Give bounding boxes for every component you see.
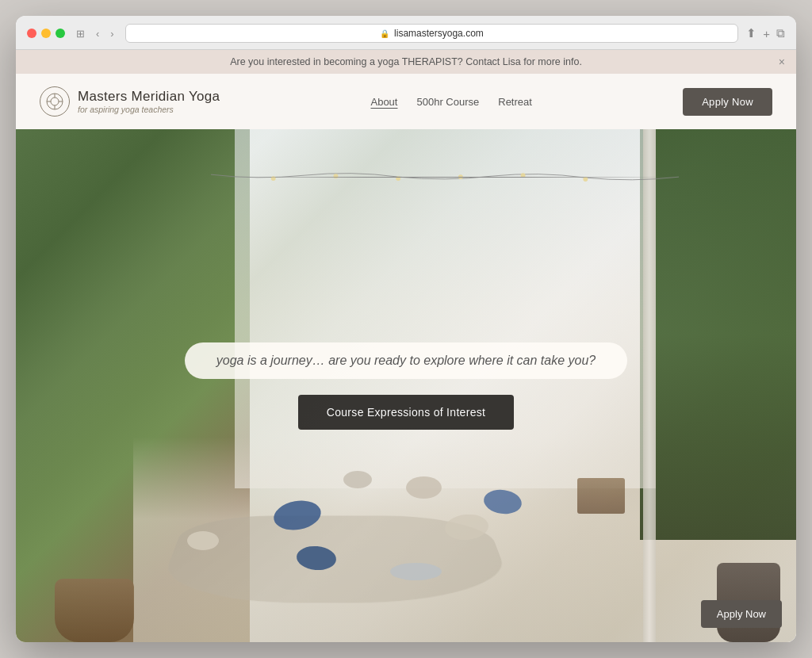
tab-icon[interactable]: ⊞	[73, 26, 88, 41]
share-icon[interactable]: ⬆	[746, 26, 756, 40]
browser-controls: ⊞ ‹ ›	[73, 26, 117, 41]
close-button[interactable]	[27, 29, 36, 38]
logo-icon	[40, 86, 70, 117]
announcement-close[interactable]: ×	[779, 55, 785, 68]
site-header: Masters Meridian Yoga for aspiring yoga …	[16, 74, 796, 129]
nav-500hr[interactable]: 500hr Course	[416, 96, 479, 108]
url-text: lisamastersyoga.com	[394, 28, 484, 39]
nav-retreat[interactable]: Retreat	[498, 96, 532, 108]
minimize-button[interactable]	[41, 29, 51, 38]
announcement-bar: Are you interested in becoming a yoga TH…	[16, 50, 796, 74]
browser-window: ⊞ ‹ › 🔒 lisamastersyoga.com ⬆ + ⧉ Are yo…	[16, 16, 796, 642]
brand-tagline: for aspiring yoga teachers	[78, 105, 220, 114]
apply-now-button-header[interactable]: Apply Now	[683, 88, 772, 116]
hero-content: yoga is a journey… are you ready to expl…	[16, 129, 796, 642]
tagline-text: yoga is a journey… are you ready to expl…	[216, 354, 596, 367]
logo-area: Masters Meridian Yoga for aspiring yoga …	[40, 86, 220, 117]
lock-icon: 🔒	[380, 29, 389, 38]
forward-button[interactable]: ›	[107, 26, 117, 41]
apply-now-button-bottom[interactable]: Apply Now	[701, 600, 782, 628]
browser-actions: ⬆ + ⧉	[746, 26, 785, 40]
brand-name: Masters Meridian Yoga	[78, 89, 220, 105]
new-tab-icon[interactable]: +	[763, 27, 770, 40]
browser-chrome: ⊞ ‹ › 🔒 lisamastersyoga.com ⬆ + ⧉	[16, 16, 796, 50]
nav-about[interactable]: About	[370, 96, 397, 108]
logo-text: Masters Meridian Yoga for aspiring yoga …	[78, 89, 220, 114]
traffic-lights	[27, 29, 65, 38]
address-bar[interactable]: 🔒 lisamastersyoga.com	[125, 24, 739, 43]
back-button[interactable]: ‹	[93, 26, 102, 41]
main-nav: About 500hr Course Retreat	[370, 96, 531, 108]
hero-section: yoga is a journey… are you ready to expl…	[16, 129, 796, 642]
cta-button[interactable]: Course Expressions of Interest	[298, 395, 514, 430]
tabs-icon[interactable]: ⧉	[776, 26, 785, 40]
website: Are you interested in becoming a yoga TH…	[16, 50, 796, 642]
svg-point-1	[51, 98, 59, 105]
maximize-button[interactable]	[56, 29, 65, 38]
hero-tagline: yoga is a journey… are you ready to expl…	[185, 342, 628, 379]
announcement-text: Are you interested in becoming a yoga TH…	[230, 56, 582, 67]
